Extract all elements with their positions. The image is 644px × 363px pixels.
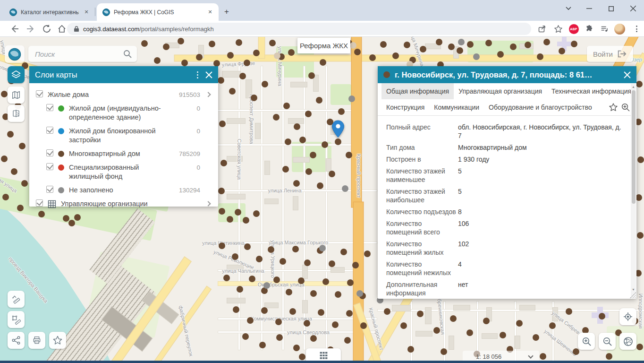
map-feature-dot[interactable] — [441, 348, 447, 355]
map-feature-dot[interactable] — [533, 334, 539, 341]
map-feature-dot[interactable] — [304, 320, 310, 327]
browser-menu-kebab-icon[interactable] — [631, 23, 642, 35]
map-feature-dot[interactable] — [348, 95, 355, 102]
map-feature-dot[interactable] — [566, 308, 572, 315]
map-feature-dot[interactable] — [19, 143, 25, 149]
search-icon[interactable] — [123, 49, 132, 59]
map-feature-dot[interactable] — [369, 54, 376, 61]
zoom-to-feature-icon[interactable] — [619, 101, 632, 113]
favorite-star-icon[interactable] — [607, 101, 619, 113]
map-feature-dot[interactable] — [483, 318, 490, 324]
map-feature-dot[interactable] — [74, 214, 81, 221]
map-feature-dot[interactable] — [346, 152, 352, 158]
map-feature-dot[interactable] — [17, 205, 24, 211]
map-feature-dot[interactable] — [178, 38, 184, 44]
map-feature-dot[interactable] — [259, 342, 266, 348]
map-feature-dot[interactable] — [329, 260, 335, 267]
profile-avatar[interactable] — [614, 23, 625, 35]
chevron-down-icon[interactable] — [528, 353, 533, 358]
map-feature-dot[interactable] — [227, 52, 234, 59]
zoom-out-button[interactable] — [599, 333, 616, 350]
map-feature-dot[interactable] — [219, 121, 226, 127]
map-feature-dot[interactable] — [305, 168, 312, 175]
map-feature-dot[interactable] — [223, 275, 230, 281]
map-feature-dot[interactable] — [244, 243, 251, 250]
map-feature-dot[interactable] — [543, 39, 550, 45]
map-feature-dot[interactable] — [68, 220, 75, 226]
map-feature-dot[interactable] — [7, 131, 14, 138]
map-feature-dot[interactable] — [21, 180, 28, 187]
forward-button[interactable] — [25, 24, 36, 34]
map-feature-dot[interactable] — [218, 77, 224, 84]
map-feature-dot[interactable] — [473, 53, 480, 60]
map-feature-dot[interactable] — [420, 46, 426, 52]
layer-checkbox[interactable] — [46, 186, 53, 193]
map-feature-dot[interactable] — [219, 242, 225, 249]
map-feature-dot[interactable] — [335, 291, 341, 298]
layer-checkbox[interactable] — [46, 104, 53, 111]
map-feature-dot[interactable] — [537, 53, 543, 60]
map-feature-dot[interactable] — [213, 60, 220, 67]
layer-checkbox[interactable] — [36, 199, 43, 207]
share-map-button[interactable] — [8, 332, 25, 349]
map-feature-dot[interactable] — [417, 311, 424, 317]
map-feature-dot[interactable] — [286, 289, 292, 295]
map-feature-dot[interactable] — [283, 103, 290, 109]
map-feature-dot[interactable] — [305, 111, 312, 117]
window-maximize-button[interactable] — [606, 4, 616, 13]
map-feature-dot[interactable] — [525, 42, 531, 48]
map-feature-dot[interactable] — [269, 40, 276, 46]
map-feature-dot[interactable] — [637, 232, 644, 239]
bookmarks-button[interactable] — [49, 332, 66, 349]
map-feature-dot[interactable] — [356, 290, 363, 297]
feature-subtab[interactable]: Коммуникации — [429, 104, 484, 111]
layer-item[interactable]: Жилой дом блокированной застройки0 — [36, 124, 212, 147]
panel-resize-grip[interactable] — [630, 292, 636, 298]
map-feature-dot[interactable] — [320, 59, 326, 66]
map-feature-dot[interactable] — [141, 40, 148, 47]
map-feature-dot[interactable] — [239, 73, 246, 79]
map-feature-dot[interactable] — [549, 322, 556, 329]
map-feature-dot[interactable] — [500, 332, 506, 338]
home-button[interactable] — [57, 24, 67, 34]
layer-item[interactable]: Управляющие организации — [36, 197, 212, 211]
map-feature-dot[interactable] — [606, 353, 612, 360]
layer-item[interactable]: Не заполнено130294 — [36, 183, 212, 197]
full-extent-button[interactable] — [619, 333, 636, 350]
close-icon[interactable] — [624, 71, 631, 78]
map-feature-dot[interactable] — [540, 353, 546, 360]
map-feature-dot[interactable] — [247, 317, 254, 324]
map-feature-dot[interactable] — [273, 114, 280, 121]
map-feature-dot[interactable] — [448, 43, 455, 50]
map-feature-dot[interactable] — [242, 333, 249, 340]
measure-distance-button[interactable] — [8, 291, 25, 308]
map-feature-dot[interactable] — [229, 88, 236, 95]
cogis-logo[interactable] — [5, 45, 25, 63]
map-feature-dot[interactable] — [299, 354, 305, 360]
map-feature-dot[interactable] — [251, 95, 257, 101]
map-feature-dot[interactable] — [636, 194, 642, 201]
map-feature-dot[interactable] — [637, 156, 644, 163]
map-feature-dot[interactable] — [261, 307, 268, 314]
map-feature-dot[interactable] — [282, 166, 289, 173]
layer-item[interactable]: Специализированный жилищный фонд0 — [36, 161, 212, 183]
map-feature-dot[interactable] — [347, 279, 354, 286]
map-feature-dot[interactable] — [497, 51, 504, 58]
map-feature-dot[interactable] — [450, 315, 457, 322]
map-feature-dot[interactable] — [559, 48, 565, 54]
map-feature-dot[interactable] — [322, 278, 329, 285]
map-feature-dot[interactable] — [436, 39, 442, 45]
map-feature-dot[interactable] — [1, 91, 8, 97]
map-feature-dot[interactable] — [285, 138, 291, 145]
map-feature-dot[interactable] — [299, 137, 306, 143]
tab-close-icon[interactable]: ✕ — [83, 9, 90, 16]
layer-item[interactable]: Многоквартирный дом785209 — [36, 147, 212, 161]
bookmark-star-icon[interactable] — [552, 23, 564, 35]
basemap-tool-button[interactable] — [8, 86, 25, 104]
window-minimize-button[interactable] — [584, 4, 594, 13]
login-button[interactable]: Войти — [587, 46, 633, 62]
chevron-right-icon[interactable] — [205, 92, 211, 97]
feature-subtab[interactable]: Конструкция — [381, 104, 429, 111]
measure-area-button[interactable] — [8, 311, 25, 328]
window-close-button[interactable] — [628, 4, 638, 13]
